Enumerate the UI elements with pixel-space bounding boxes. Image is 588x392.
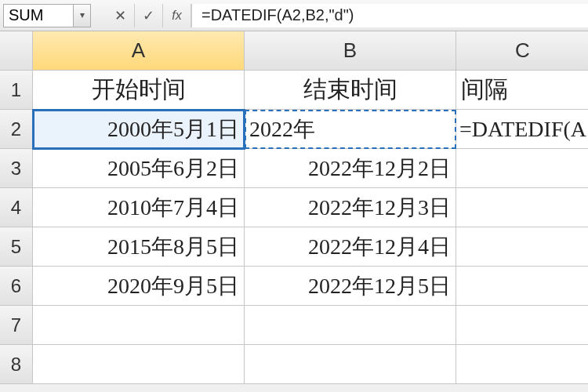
- row-header-2[interactable]: 2: [0, 110, 33, 149]
- cell-b3[interactable]: 2022年12月2日: [245, 149, 456, 188]
- close-icon: ✕: [114, 7, 126, 24]
- chevron-down-icon: ▾: [80, 9, 85, 21]
- cell-c5[interactable]: [456, 227, 588, 267]
- cell-c1[interactable]: 间隔: [456, 71, 588, 110]
- cell-c4[interactable]: [456, 188, 588, 227]
- select-all-corner[interactable]: [0, 31, 33, 71]
- row-header-6[interactable]: 6: [0, 267, 33, 306]
- name-box[interactable]: SUM: [3, 4, 74, 27]
- cell-a7[interactable]: [33, 306, 245, 345]
- cell-b4[interactable]: 2022年12月3日: [245, 188, 456, 227]
- cell-a2[interactable]: 2000年5月1日: [33, 110, 245, 149]
- cell-a5[interactable]: 2015年8月5日: [33, 227, 245, 267]
- row-header-7[interactable]: 7: [0, 306, 33, 345]
- fx-icon: fx: [172, 9, 181, 23]
- cancel-formula-button[interactable]: ✕: [107, 4, 135, 27]
- cell-c2[interactable]: =DATEDIF(A: [456, 110, 588, 149]
- formula-bar: SUM ▾ ✕ ✓ fx =DATEDIF(A2,B2,"d"): [0, 0, 588, 31]
- cell-a8[interactable]: [33, 345, 245, 384]
- cell-a6[interactable]: 2020年9月5日: [33, 267, 245, 306]
- spreadsheet-grid: A B C 1 开始时间 结束时间 间隔 2 2000年5月1日 2022年 =…: [0, 31, 588, 384]
- insert-function-button[interactable]: fx: [163, 4, 191, 27]
- name-box-dropdown[interactable]: ▾: [74, 4, 91, 27]
- column-header-b[interactable]: B: [245, 31, 456, 71]
- cell-b2[interactable]: 2022年: [245, 110, 456, 149]
- cell-b6[interactable]: 2022年12月5日: [245, 267, 456, 306]
- row-header-8[interactable]: 8: [0, 345, 33, 384]
- cell-a4[interactable]: 2010年7月4日: [33, 188, 245, 227]
- cell-a3[interactable]: 2005年6月2日: [33, 149, 245, 188]
- accept-formula-button[interactable]: ✓: [135, 4, 163, 27]
- cell-c3[interactable]: [456, 149, 588, 188]
- column-header-a[interactable]: A: [33, 31, 245, 71]
- check-icon: ✓: [143, 7, 154, 24]
- cell-c7[interactable]: [456, 306, 588, 345]
- formula-input[interactable]: =DATEDIF(A2,B2,"d"): [191, 4, 588, 27]
- row-header-4[interactable]: 4: [0, 188, 33, 227]
- row-header-5[interactable]: 5: [0, 227, 33, 267]
- cell-b5[interactable]: 2022年12月4日: [245, 227, 456, 267]
- cell-a1[interactable]: 开始时间: [33, 71, 245, 110]
- cell-c8[interactable]: [456, 345, 588, 384]
- cell-b7[interactable]: [245, 306, 456, 345]
- cell-c2-overflow-text: =DATEDIF(A: [459, 117, 586, 142]
- cell-b1[interactable]: 结束时间: [245, 71, 456, 110]
- cell-b8[interactable]: [245, 345, 456, 384]
- row-header-3[interactable]: 3: [0, 149, 33, 188]
- row-header-1[interactable]: 1: [0, 71, 33, 110]
- column-header-c[interactable]: C: [456, 31, 588, 71]
- cell-c6[interactable]: [456, 267, 588, 306]
